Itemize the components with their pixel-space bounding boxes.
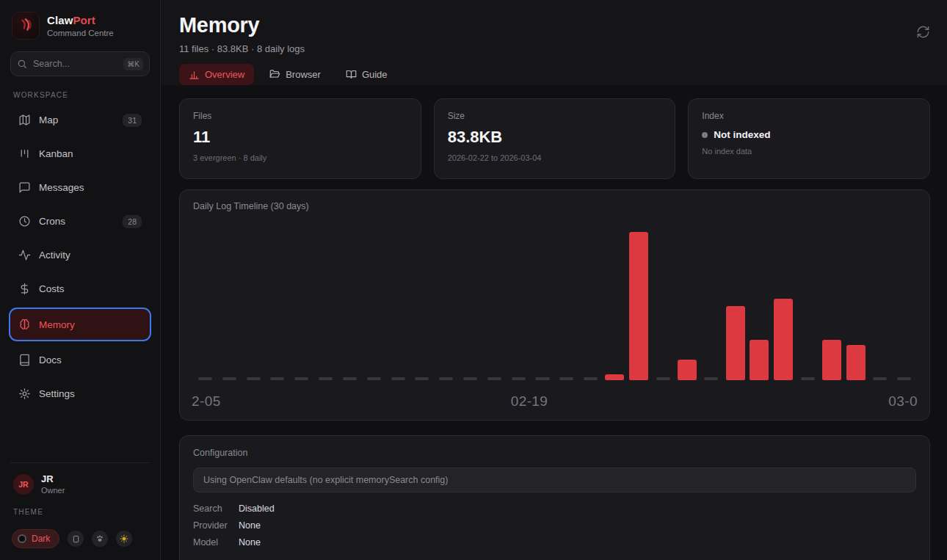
avatar: JR — [13, 474, 34, 495]
sidebar-item-settings[interactable]: Settings — [10, 380, 150, 407]
sidebar-footer: JR JR Owner THEME Dark — [10, 462, 150, 560]
tab-browser[interactable]: Browser — [260, 64, 330, 85]
brand-text: ClawPort Command Centre — [47, 14, 114, 37]
sidebar: ClawPort Command Centre ⌘K WORKSPACE Map… — [0, 0, 161, 560]
sidebar-item-label: Docs — [39, 354, 62, 366]
tab-label: Browser — [286, 69, 321, 80]
theme-option-paw-button[interactable] — [92, 531, 108, 547]
theme-option-sun-button[interactable] — [116, 531, 132, 547]
config-row-model: Model None — [193, 537, 916, 548]
sidebar-item-memory[interactable]: Memory — [10, 309, 150, 340]
baseline-dash — [391, 377, 405, 380]
search-input[interactable] — [33, 59, 117, 69]
chart-x-axis: 2-05 02-19 03-0 — [193, 389, 916, 411]
stat-value: 83.8KB — [448, 128, 662, 147]
user-name: JR — [41, 473, 65, 484]
sidebar-item-costs[interactable]: Costs — [10, 275, 150, 302]
daily-log-bar[interactable] — [629, 232, 648, 380]
brain-icon — [18, 319, 31, 331]
search-icon — [17, 59, 27, 69]
theme-option-card-button[interactable] — [68, 531, 84, 547]
daily-log-bar[interactable] — [750, 340, 769, 380]
chart-bars — [193, 229, 916, 380]
chart-day-slot — [458, 229, 482, 380]
chart-day-slot — [578, 229, 603, 380]
index-stat-card: Index Not indexed No index data — [688, 98, 930, 179]
sidebar-item-crons[interactable]: Crons 28 — [10, 208, 150, 235]
refresh-button[interactable] — [916, 25, 930, 41]
baseline-dash — [535, 377, 549, 380]
sidebar-item-docs[interactable]: Docs — [10, 346, 150, 374]
index-status-text: Not indexed — [714, 129, 770, 140]
book-open-icon — [346, 69, 357, 80]
baseline-dash — [270, 377, 284, 380]
baseline-dash — [343, 377, 357, 380]
app-root: ClawPort Command Centre ⌘K WORKSPACE Map… — [0, 0, 947, 560]
workspace-section-label: WORKSPACE — [10, 88, 150, 106]
page-subtitle: 11 files · 83.8KB · 8 daily logs — [179, 43, 930, 54]
brand-name: ClawPort — [47, 14, 114, 26]
theme-section-label: THEME — [10, 505, 150, 523]
config-value: Disabled — [239, 503, 275, 514]
dollar-icon — [18, 283, 31, 295]
sidebar-item-activity[interactable]: Activity — [10, 241, 150, 269]
chart-day-slot — [507, 229, 531, 380]
gear-icon — [18, 388, 31, 400]
chart-day-slot — [482, 229, 507, 380]
baseline-dash — [873, 377, 887, 380]
chart-day-slot — [386, 229, 410, 380]
config-value: None — [239, 537, 261, 548]
sidebar-item-label: Messages — [39, 182, 84, 193]
sidebar-item-label: Kanban — [39, 148, 73, 159]
stat-sub: No index data — [702, 147, 916, 156]
baseline-dash — [801, 377, 815, 380]
brand: ClawPort Command Centre — [10, 10, 150, 48]
index-status-dot — [702, 132, 708, 138]
chart-day-slot — [265, 229, 289, 380]
config-value: None — [239, 520, 261, 531]
x-tick-label: 03-0 — [888, 393, 918, 410]
theme-active-label: Dark — [32, 534, 50, 544]
folder-open-icon — [269, 69, 280, 80]
paw-icon — [95, 534, 104, 543]
user-profile[interactable]: JR JR Owner — [10, 462, 150, 505]
baseline-dash — [584, 377, 598, 380]
tab-guide[interactable]: Guide — [336, 64, 397, 85]
sidebar-item-messages[interactable]: Messages — [10, 174, 150, 201]
sidebar-item-kanban[interactable]: Kanban — [10, 140, 150, 167]
sidebar-item-map[interactable]: Map 31 — [10, 106, 150, 134]
chart-day-slot — [531, 229, 555, 380]
stat-label: Files — [193, 111, 407, 121]
baseline-dash — [294, 377, 308, 380]
baseline-dash — [367, 377, 381, 380]
daily-log-bar[interactable] — [726, 306, 745, 380]
chart-day-slot — [892, 229, 916, 380]
chart-day-slot — [410, 229, 434, 380]
stat-sub: 2026-02-22 to 2026-03-04 — [448, 153, 662, 162]
config-row-provider: Provider None — [193, 520, 916, 531]
tab-overview[interactable]: Overview — [179, 64, 254, 85]
tab-bar: Overview Browser Guide — [179, 64, 930, 85]
baseline-dash — [512, 377, 526, 380]
sidebar-item-label: Costs — [39, 283, 65, 294]
chart-day-slot — [843, 229, 868, 380]
daily-log-bar[interactable] — [822, 340, 841, 380]
configuration-title: Configuration — [193, 448, 916, 458]
baseline-dash — [704, 377, 718, 380]
search-shortcut-badge: ⌘K — [123, 58, 143, 70]
chart-day-slot — [820, 229, 844, 380]
tab-label: Guide — [362, 69, 388, 80]
theme-dark-button[interactable]: Dark — [12, 529, 59, 548]
chart-day-slot — [313, 229, 338, 380]
baseline-dash — [247, 377, 261, 380]
clawport-logo-icon — [12, 12, 40, 40]
daily-log-bar[interactable] — [605, 374, 624, 380]
baseline-dash — [656, 377, 670, 380]
daily-log-bar[interactable] — [774, 299, 793, 380]
daily-log-bar[interactable] — [846, 345, 866, 380]
config-row-search: Search Disabled — [193, 503, 916, 514]
daily-log-bar[interactable] — [678, 360, 697, 380]
search-box[interactable]: ⌘K — [10, 51, 150, 76]
sidebar-item-label: Map — [39, 114, 58, 126]
chart-day-slot — [193, 229, 217, 380]
